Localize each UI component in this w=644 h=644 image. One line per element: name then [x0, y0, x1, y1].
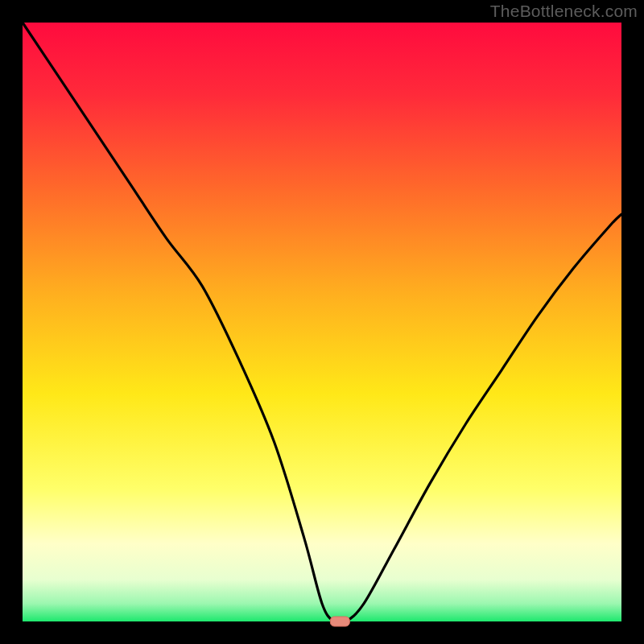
bottleneck-chart: TheBottleneck.com — [0, 0, 644, 644]
chart-svg — [0, 0, 644, 644]
watermark-text: TheBottleneck.com — [490, 2, 638, 21]
optimal-point-marker — [330, 617, 349, 626]
plot-area — [23, 23, 621, 621]
